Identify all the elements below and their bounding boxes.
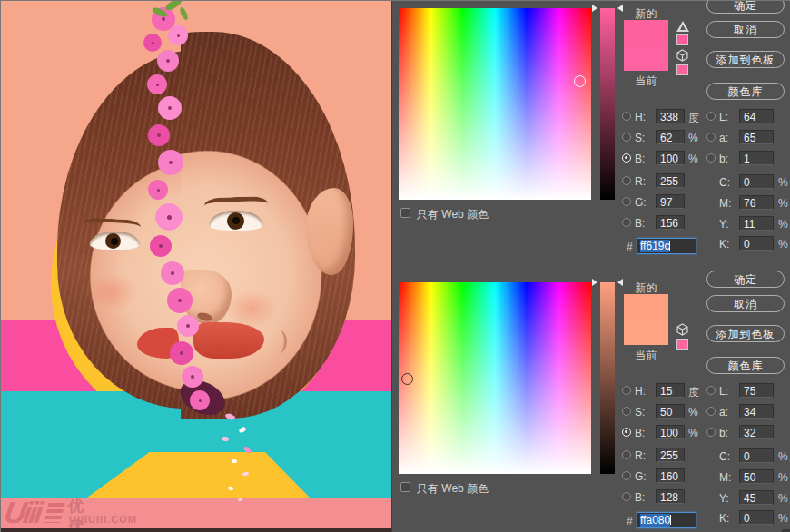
- brightness-slider[interactable]: [600, 8, 615, 200]
- label-labb: b:: [719, 153, 728, 165]
- value-field-k[interactable]: 0: [739, 236, 774, 251]
- web-safe-cube-icon[interactable]: [676, 49, 689, 62]
- radio-b[interactable]: [622, 153, 631, 163]
- add-to-swatches-button[interactable]: 添加到色板: [706, 51, 785, 68]
- value-row-s: S:50%: [622, 405, 704, 420]
- add-to-swatches-button[interactable]: 添加到色板: [706, 325, 785, 342]
- label-g: G:: [635, 196, 647, 209]
- cancel-button[interactable]: 取消: [706, 295, 785, 312]
- gamut-warning-icon[interactable]: [676, 21, 689, 32]
- value-row-c: C:0%: [706, 449, 790, 465]
- value-field-m[interactable]: 76: [739, 195, 774, 210]
- current-color-swatch: [624, 320, 668, 345]
- web-safe-cube-icon[interactable]: [676, 323, 689, 336]
- hex-selected-text: ffa080: [640, 514, 670, 527]
- value-field-r[interactable]: 255: [656, 173, 685, 188]
- value-field-l[interactable]: 75: [739, 383, 774, 398]
- value-field-labb[interactable]: 1: [739, 151, 774, 165]
- value-field-h[interactable]: 15: [656, 383, 685, 398]
- value-field-a[interactable]: 65: [739, 130, 774, 144]
- value-field-y[interactable]: 11: [739, 216, 774, 231]
- label-y: Y:: [719, 492, 729, 505]
- radio-a[interactable]: [706, 407, 716, 416]
- saturation-field[interactable]: [399, 282, 591, 474]
- radio-b[interactable]: [622, 428, 631, 437]
- radio-a[interactable]: [706, 133, 716, 142]
- radio-r[interactable]: [622, 176, 631, 185]
- unit-h: 度: [688, 111, 699, 126]
- value-field-b[interactable]: 100: [656, 151, 685, 165]
- web-colors-only-checkbox[interactable]: [400, 482, 410, 492]
- radio-b2[interactable]: [622, 492, 631, 501]
- web-colors-only-label: 只有 Web 颜色: [417, 481, 489, 497]
- slider-thumb-right-icon[interactable]: [617, 5, 623, 12]
- hex-prefix: #: [627, 515, 633, 527]
- web-safe-color-swatch[interactable]: [676, 64, 688, 75]
- value-row-b: B:100%: [622, 426, 704, 441]
- label-a: a:: [719, 132, 728, 144]
- value-field-a[interactable]: 34: [739, 404, 774, 419]
- color-swatch[interactable]: [624, 20, 668, 71]
- value-field-k[interactable]: 0: [739, 510, 774, 525]
- web-colors-only-checkbox[interactable]: [400, 208, 410, 218]
- value-field-l[interactable]: 64: [739, 109, 774, 123]
- value-field-s[interactable]: 62: [656, 130, 685, 144]
- color-libraries-button[interactable]: 颜色库: [706, 83, 785, 100]
- radio-s[interactable]: [622, 133, 631, 142]
- saturation-field[interactable]: [399, 8, 591, 200]
- value-row-l: L:75: [706, 384, 790, 399]
- value-field-b2[interactable]: 128: [656, 489, 685, 504]
- ok-button[interactable]: 确定: [706, 271, 785, 288]
- label-l: L:: [719, 385, 728, 398]
- cancel-button[interactable]: 取消: [706, 21, 785, 38]
- unit-y: %: [778, 218, 788, 231]
- value-field-r[interactable]: 255: [656, 448, 685, 462]
- radio-g[interactable]: [622, 471, 631, 480]
- radio-labb[interactable]: [706, 428, 716, 437]
- value-field-b[interactable]: 100: [656, 425, 685, 439]
- value-field-h[interactable]: 338: [656, 109, 685, 123]
- value-field-y[interactable]: 45: [739, 490, 774, 505]
- color-libraries-button[interactable]: 颜色库: [706, 357, 785, 374]
- label-c: C:: [719, 450, 730, 463]
- label-h: H:: [635, 385, 646, 398]
- value-field-b2[interactable]: 156: [656, 215, 685, 230]
- slider-thumb-right-icon[interactable]: [617, 279, 623, 286]
- value-field-g[interactable]: 160: [656, 468, 685, 483]
- value-field-s[interactable]: 50: [656, 404, 685, 419]
- cheek-blush: [86, 273, 137, 311]
- radio-labb[interactable]: [706, 153, 716, 163]
- label-y: Y:: [719, 218, 729, 231]
- radio-h[interactable]: [622, 112, 631, 121]
- web-safe-color-swatch[interactable]: [676, 339, 688, 350]
- hex-input[interactable]: ffa080: [637, 512, 696, 528]
- value-field-m[interactable]: 50: [739, 469, 774, 484]
- uiii-logo: Uiii: [2, 496, 43, 530]
- radio-r[interactable]: [622, 450, 631, 459]
- value-row-m: M:76%: [706, 196, 790, 212]
- slider-thumb-left-icon[interactable]: [592, 279, 597, 286]
- value-row-k: K:0%: [706, 511, 790, 527]
- radio-l[interactable]: [706, 112, 716, 121]
- color-swatch[interactable]: [624, 294, 668, 345]
- color-picker-dialog-top: 新的 当前 确定取消添加到色板颜色库 H:338度S:62%B:100%R:25…: [391, 1, 790, 259]
- hex-input[interactable]: ff619c: [637, 238, 696, 254]
- value-field-g[interactable]: 97: [656, 194, 685, 209]
- value-row-b: B:100%: [622, 152, 704, 167]
- radio-l[interactable]: [706, 386, 716, 395]
- value-field-c[interactable]: 0: [739, 448, 774, 463]
- radio-s[interactable]: [622, 407, 631, 416]
- radio-h[interactable]: [622, 386, 631, 395]
- current-color-label: 当前: [624, 348, 668, 363]
- value-field-c[interactable]: 0: [739, 174, 774, 189]
- artwork-canvas[interactable]: Uiii 优优教程网 UIIIUIII.COM: [1, 1, 391, 532]
- brightness-slider[interactable]: [600, 282, 615, 474]
- ok-button[interactable]: 确定: [706, 1, 785, 14]
- color-picker-panel: 新的 当前 确定取消添加到色板颜色库 H:338度S:62%B:100%R:25…: [391, 1, 790, 532]
- radio-g[interactable]: [622, 197, 631, 206]
- smile-crease: [270, 330, 287, 353]
- gamut-color-swatch[interactable]: [676, 34, 688, 45]
- value-field-labb[interactable]: 32: [739, 425, 774, 439]
- radio-b2[interactable]: [622, 218, 631, 227]
- slider-thumb-left-icon[interactable]: [592, 5, 597, 12]
